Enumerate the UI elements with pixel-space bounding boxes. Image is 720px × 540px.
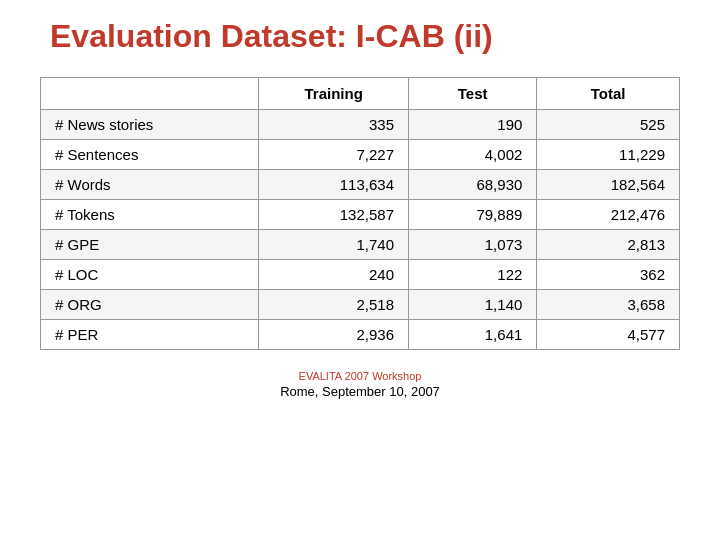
row-test: 190 <box>408 110 536 140</box>
row-test: 68,930 <box>408 170 536 200</box>
row-test: 1,073 <box>408 230 536 260</box>
table-row: # Sentences7,2274,00211,229 <box>41 140 680 170</box>
row-training: 335 <box>259 110 409 140</box>
row-total: 2,813 <box>537 230 680 260</box>
row-training: 2,936 <box>259 320 409 350</box>
row-test: 79,889 <box>408 200 536 230</box>
page: Evaluation Dataset: I-CAB (ii) Training … <box>0 0 720 540</box>
col-header-total: Total <box>537 78 680 110</box>
row-total: 212,476 <box>537 200 680 230</box>
row-total: 362 <box>537 260 680 290</box>
col-header-label <box>41 78 259 110</box>
table-row: # ORG2,5181,1403,658 <box>41 290 680 320</box>
row-label: # Words <box>41 170 259 200</box>
footer-workshop: EVALITA 2007 Workshop <box>299 370 422 382</box>
row-training: 1,740 <box>259 230 409 260</box>
row-label: # LOC <box>41 260 259 290</box>
row-label: # PER <box>41 320 259 350</box>
table-row: # GPE1,7401,0732,813 <box>41 230 680 260</box>
row-training: 7,227 <box>259 140 409 170</box>
table-row: # Words113,63468,930182,564 <box>41 170 680 200</box>
page-title: Evaluation Dataset: I-CAB (ii) <box>40 18 493 55</box>
row-label: # Sentences <box>41 140 259 170</box>
table-row: # PER2,9361,6414,577 <box>41 320 680 350</box>
row-label: # ORG <box>41 290 259 320</box>
col-header-training: Training <box>259 78 409 110</box>
row-test: 122 <box>408 260 536 290</box>
table-row: # News stories335190525 <box>41 110 680 140</box>
row-test: 1,140 <box>408 290 536 320</box>
row-label: # News stories <box>41 110 259 140</box>
footer: EVALITA 2007 Workshop Rome, September 10… <box>280 370 440 399</box>
row-training: 240 <box>259 260 409 290</box>
table-wrapper: Training Test Total # News stories335190… <box>40 77 680 350</box>
data-table: Training Test Total # News stories335190… <box>40 77 680 350</box>
table-row: # LOC240122362 <box>41 260 680 290</box>
row-label: # Tokens <box>41 200 259 230</box>
row-total: 525 <box>537 110 680 140</box>
row-total: 3,658 <box>537 290 680 320</box>
row-test: 1,641 <box>408 320 536 350</box>
row-training: 2,518 <box>259 290 409 320</box>
row-training: 132,587 <box>259 200 409 230</box>
row-total: 182,564 <box>537 170 680 200</box>
row-training: 113,634 <box>259 170 409 200</box>
table-row: # Tokens132,58779,889212,476 <box>41 200 680 230</box>
row-total: 4,577 <box>537 320 680 350</box>
row-test: 4,002 <box>408 140 536 170</box>
footer-location: Rome, September 10, 2007 <box>280 384 440 399</box>
col-header-test: Test <box>408 78 536 110</box>
table-header-row: Training Test Total <box>41 78 680 110</box>
row-total: 11,229 <box>537 140 680 170</box>
row-label: # GPE <box>41 230 259 260</box>
